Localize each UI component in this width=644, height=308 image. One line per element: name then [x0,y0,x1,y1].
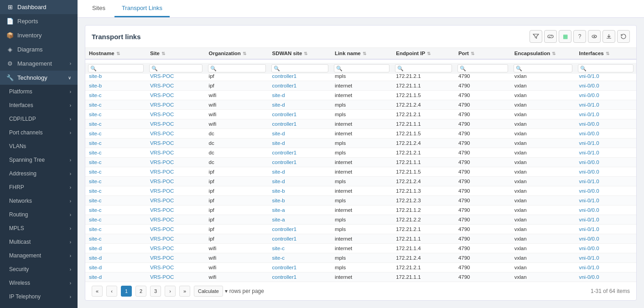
col-sdwan-site[interactable]: SDWAN site ⇅ [269,48,331,59]
cell-sdwan-site[interactable]: controller1 [269,263,331,272]
sidebar-item-wireless[interactable]: Wireless › [0,276,78,290]
page-2-button[interactable]: 2 [135,286,146,297]
cell-site[interactable]: VRS-POC [146,167,205,177]
page-1-button[interactable]: 1 [121,286,132,297]
sidebar-item-multicast[interactable]: Multicast › [0,235,78,249]
cell-hostname[interactable]: site-c [85,225,146,234]
cell-interfaces[interactable]: vni-0/0.0 [575,234,636,244]
cell-site[interactable]: VRS-POC [146,148,205,158]
filter-hostname[interactable] [88,64,144,72]
cell-site[interactable]: VRS-POC [146,91,205,100]
cell-site[interactable]: VRS-POC [146,253,205,263]
sidebar-item-networks[interactable]: Networks › [0,194,78,208]
col-hostname[interactable]: Hostname ⇅ [85,48,146,59]
cell-hostname[interactable]: site-d [85,272,146,282]
cell-site[interactable]: VRS-POC [146,263,205,272]
cell-sdwan-site[interactable]: site-d [269,100,331,110]
filter-button[interactable] [530,30,542,43]
cell-site[interactable]: VRS-POC [146,129,205,139]
cell-interfaces[interactable]: vni-0/0.0 [575,119,636,129]
cell-sdwan-site[interactable]: site-d [269,177,331,186]
cell-site[interactable]: VRS-POC [146,272,205,282]
tab-sites[interactable]: Sites [85,0,113,17]
cell-site[interactable]: VRS-POC [146,186,205,196]
cell-interfaces[interactable]: vni-0/0.0 [575,81,636,91]
page-last-button[interactable]: » [179,286,190,297]
page-first-button[interactable]: « [92,286,103,297]
cell-sdwan-site[interactable]: site-b [269,186,331,196]
download-button[interactable] [602,30,615,43]
cell-hostname[interactable]: site-c [85,158,146,167]
cell-site[interactable]: VRS-POC [146,215,205,225]
col-endpoint-ip[interactable]: Endpoint IP ⇅ [392,48,455,59]
cell-interfaces[interactable]: vni-0/0.0 [575,167,636,177]
cell-hostname[interactable]: site-c [85,119,146,129]
sidebar-item-fhrp[interactable]: FHRP › [0,180,78,194]
cell-sdwan-site[interactable]: controller1 [269,110,331,119]
cell-interfaces[interactable]: vni-0/0.0 [575,158,636,167]
cell-interfaces[interactable]: vni-0/0.0 [575,91,636,100]
filter-encapsulation[interactable] [514,64,573,72]
cell-site[interactable]: VRS-POC [146,158,205,167]
cell-interfaces[interactable]: vni-0/1.0 [575,177,636,186]
sidebar-item-addressing[interactable]: Addressing › [0,167,78,180]
cell-hostname[interactable]: site-c [85,167,146,177]
cell-interfaces[interactable]: vni-0/1.0 [575,253,636,263]
cell-interfaces[interactable]: vni-0/1.0 [575,215,636,225]
sidebar-item-security[interactable]: Security › [0,262,78,276]
filter-port[interactable] [457,64,508,72]
sidebar-item-vlans[interactable]: VLANs [0,139,78,153]
cell-hostname[interactable]: site-c [85,205,146,215]
cell-site[interactable]: VRS-POC [146,234,205,244]
cell-interfaces[interactable]: vni-0/1.0 [575,263,636,272]
sidebar-item-port-channels[interactable]: Port channels › [0,126,78,139]
col-link-name[interactable]: Link name ⇅ [331,48,392,59]
cell-sdwan-site[interactable]: controller1 [269,158,331,167]
cell-site[interactable]: VRS-POC [146,244,205,253]
sidebar-item-diagrams[interactable]: ◈ Diagrams [0,42,78,56]
cell-interfaces[interactable]: vni-0/1.0 [575,139,636,148]
cell-site[interactable]: VRS-POC [146,177,205,186]
col-encapsulation[interactable]: Encapsulation ⇅ [511,48,576,59]
cell-hostname[interactable]: site-d [85,244,146,253]
cell-sdwan-site[interactable]: site-d [269,167,331,177]
cell-sdwan-site[interactable]: controller1 [269,272,331,282]
cell-hostname[interactable]: site-c [85,234,146,244]
chart-button[interactable]: ▦ [559,30,571,43]
eye-button[interactable] [588,30,601,43]
filter-sdwan-site[interactable] [271,64,328,72]
cell-interfaces[interactable]: vni-0/0.0 [575,186,636,196]
page-prev-button[interactable]: ‹ [106,286,117,297]
sidebar-item-platforms[interactable]: Platforms › [0,85,78,98]
cell-sdwan-site[interactable]: controller1 [269,81,331,91]
cell-hostname[interactable]: site-b [85,81,146,91]
cell-sdwan-site[interactable]: site-d [269,91,331,100]
cell-sdwan-site[interactable]: site-c [269,244,331,253]
refresh-button[interactable] [617,30,630,43]
cell-interfaces[interactable]: vni-0/1.0 [575,148,636,158]
sidebar-item-sdn[interactable]: SDN › [0,303,78,308]
page-next-button[interactable]: › [165,286,176,297]
filter-link-name[interactable] [334,64,390,72]
cell-sdwan-site[interactable]: site-c [269,253,331,263]
cell-hostname[interactable]: site-c [85,129,146,139]
cell-sdwan-site[interactable]: site-a [269,215,331,225]
col-organization[interactable]: Organization ⇅ [205,48,269,59]
cell-interfaces[interactable]: vni-0/1.0 [575,100,636,110]
col-interfaces[interactable]: Interfaces ⇅ [575,48,636,59]
cell-hostname[interactable]: site-d [85,263,146,272]
calculate-button[interactable]: Calculate [194,286,223,297]
cell-interfaces[interactable]: vni-0/1.0 [575,225,636,234]
cell-hostname[interactable]: site-c [85,148,146,158]
cell-sdwan-site[interactable]: controller1 [269,234,331,244]
cell-hostname[interactable]: site-c [85,91,146,100]
sidebar-item-dashboard[interactable]: ⊞ Dashboard [0,0,78,14]
sidebar-item-inventory[interactable]: 📦 Inventory [0,28,78,42]
sidebar-item-routing[interactable]: Routing › [0,208,78,221]
cell-site[interactable]: VRS-POC [146,196,205,205]
cell-sdwan-site[interactable]: controller1 [269,225,331,234]
cell-hostname[interactable]: site-c [85,100,146,110]
cell-hostname[interactable]: site-d [85,253,146,263]
cell-interfaces[interactable]: vni-0/0.0 [575,244,636,253]
sidebar-item-interfaces[interactable]: Interfaces › [0,98,78,112]
